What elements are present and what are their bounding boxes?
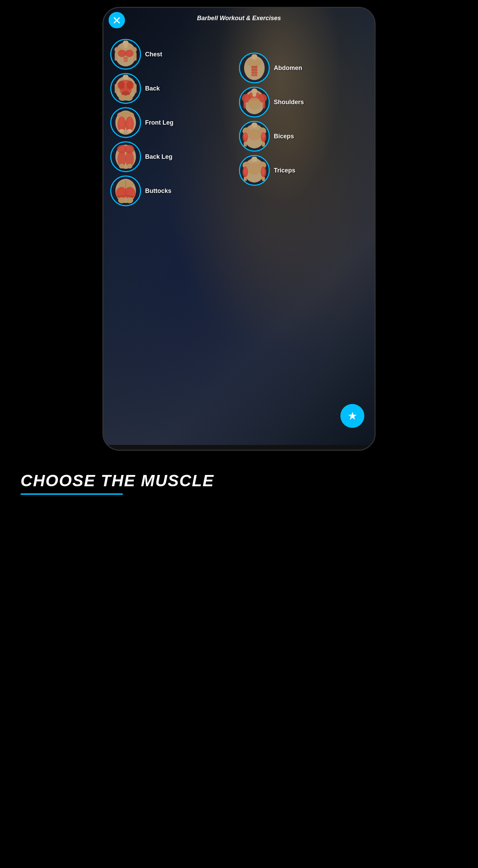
muscle-label-front-leg: Front Leg xyxy=(145,119,173,126)
svg-rect-9 xyxy=(115,52,117,61)
muscle-item-biceps[interactable]: Biceps xyxy=(239,121,368,152)
svg-rect-20 xyxy=(133,84,137,93)
muscle-label-back: Back xyxy=(145,85,160,92)
buttocks-icon xyxy=(112,177,139,205)
svg-rect-78 xyxy=(262,142,265,146)
left-column: Chest xyxy=(110,39,239,206)
svg-point-4 xyxy=(125,50,133,57)
muscle-label-biceps: Biceps xyxy=(274,133,294,140)
svg-rect-88 xyxy=(244,177,247,181)
svg-point-86 xyxy=(244,168,247,175)
muscle-circle-back-leg xyxy=(110,141,141,172)
app-container: Barbell Workout & Exercises xyxy=(0,0,478,502)
svg-point-30 xyxy=(127,129,132,133)
bottom-title: CHOOSE THE MUSCLE xyxy=(20,471,458,490)
svg-point-48 xyxy=(247,59,255,66)
shoulders-icon xyxy=(241,88,268,116)
muscle-item-triceps[interactable]: Triceps xyxy=(239,155,368,186)
svg-rect-19 xyxy=(115,84,118,93)
svg-rect-55 xyxy=(254,71,257,74)
svg-point-36 xyxy=(119,164,124,168)
svg-rect-10 xyxy=(134,52,137,61)
svg-rect-53 xyxy=(254,69,257,71)
muscle-label-abdomen: Abdomen xyxy=(274,65,302,72)
svg-point-29 xyxy=(119,129,124,133)
chest-icon xyxy=(112,41,139,68)
svg-point-37 xyxy=(127,164,132,168)
svg-point-75 xyxy=(243,133,247,138)
muscle-grid: Chest xyxy=(103,32,375,213)
bottom-line-decoration xyxy=(20,493,123,495)
right-column: Abdomen xyxy=(239,53,368,206)
svg-point-15 xyxy=(118,81,125,89)
muscle-label-back-leg: Back Leg xyxy=(145,153,172,160)
muscle-circle-abdomen xyxy=(239,53,270,83)
svg-point-87 xyxy=(262,168,265,175)
muscle-item-back[interactable]: Back xyxy=(110,73,239,104)
svg-point-28 xyxy=(127,117,132,128)
muscle-circle-buttocks xyxy=(110,176,141,206)
svg-rect-57 xyxy=(254,74,257,76)
muscle-circle-chest xyxy=(110,39,141,70)
svg-point-76 xyxy=(262,133,265,138)
svg-point-42 xyxy=(124,187,135,199)
svg-rect-54 xyxy=(251,71,254,74)
muscle-item-buttocks[interactable]: Buttocks xyxy=(110,176,239,206)
app-title: Barbell Workout & Exercises xyxy=(197,15,281,22)
abdomen-icon xyxy=(241,54,268,82)
muscle-item-abdomen[interactable]: Abdomen xyxy=(239,53,368,83)
svg-point-22 xyxy=(125,95,132,101)
triceps-icon xyxy=(241,157,268,184)
svg-rect-5 xyxy=(124,57,128,59)
svg-rect-66 xyxy=(263,100,265,109)
muscle-label-triceps: Triceps xyxy=(274,167,295,174)
muscle-item-chest[interactable]: Chest xyxy=(110,39,239,70)
biceps-icon xyxy=(241,123,268,150)
svg-rect-65 xyxy=(243,100,246,109)
muscle-label-chest: Chest xyxy=(145,51,162,58)
svg-rect-6 xyxy=(124,60,128,62)
svg-rect-50 xyxy=(251,66,254,68)
svg-point-3 xyxy=(118,50,126,57)
svg-point-16 xyxy=(127,81,133,89)
svg-point-64 xyxy=(248,98,261,110)
muscle-label-buttocks: Buttocks xyxy=(145,187,171,195)
muscle-circle-shoulders xyxy=(239,87,270,117)
back-icon xyxy=(112,75,139,102)
svg-point-72 xyxy=(248,129,261,140)
front-leg-icon xyxy=(112,109,139,136)
favorite-button[interactable] xyxy=(340,404,364,428)
svg-point-46 xyxy=(126,197,133,204)
svg-rect-89 xyxy=(262,177,265,181)
muscle-item-shoulders[interactable]: Shoulders xyxy=(239,87,368,117)
svg-point-27 xyxy=(119,117,124,128)
muscle-circle-back xyxy=(110,73,141,104)
svg-point-83 xyxy=(248,163,261,175)
svg-rect-77 xyxy=(244,142,247,146)
svg-rect-52 xyxy=(251,69,254,71)
header: Barbell Workout & Exercises xyxy=(103,8,375,25)
muscle-item-back-leg[interactable]: Back Leg xyxy=(110,141,239,172)
svg-rect-51 xyxy=(254,66,257,68)
bottom-section: CHOOSE THE MUSCLE xyxy=(0,458,478,502)
phone-frame: Barbell Workout & Exercises xyxy=(102,7,376,451)
muscle-label-shoulders: Shoulders xyxy=(274,99,304,106)
svg-rect-56 xyxy=(251,74,254,76)
muscle-circle-triceps xyxy=(239,155,270,186)
muscle-circle-biceps xyxy=(239,121,270,152)
svg-point-49 xyxy=(254,59,262,66)
svg-point-45 xyxy=(118,197,125,204)
back-leg-icon xyxy=(112,143,139,170)
close-button[interactable] xyxy=(109,12,125,28)
screen: Barbell Workout & Exercises xyxy=(103,8,375,445)
svg-point-68 xyxy=(251,88,257,94)
muscle-circle-front-leg xyxy=(110,107,141,138)
muscle-item-front-leg[interactable]: Front Leg xyxy=(110,107,239,138)
